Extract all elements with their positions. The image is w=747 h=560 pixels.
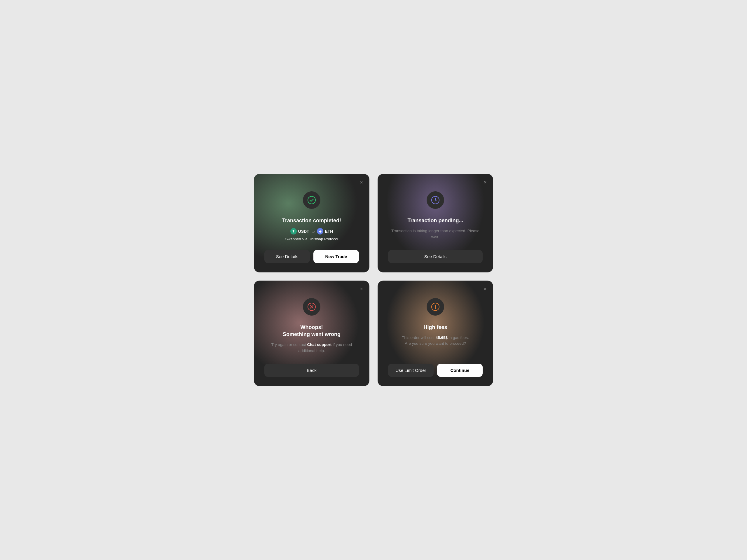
warning-btn-row: Use Limit Order Continue <box>388 364 483 377</box>
token-to-label: ETH <box>325 229 333 234</box>
card-error: × Whoops! Something went wrong Try again… <box>254 281 369 386</box>
eth-icon: ◆ <box>317 228 323 235</box>
continue-button[interactable]: Continue <box>437 364 483 377</box>
uniswap-link: Uniswap Protocol <box>308 237 338 241</box>
close-button-warning[interactable]: × <box>482 285 488 293</box>
success-title: Transaction completed! <box>282 217 341 224</box>
card-warning: × High fees This order will cost 45.65$ … <box>378 281 493 386</box>
swapped-via-prefix: Swapped Via <box>285 237 307 241</box>
svg-point-0 <box>308 196 315 204</box>
fee-amount: 45.65$ <box>436 336 447 340</box>
close-button-pending[interactable]: × <box>482 179 488 186</box>
card-grid: × Transaction completed! ₮ USDT to ◆ ETH… <box>242 162 505 398</box>
use-limit-order-button[interactable]: Use Limit Order <box>388 364 434 377</box>
warning-icon-circle <box>427 298 444 316</box>
success-icon-circle <box>303 191 320 209</box>
close-button-error[interactable]: × <box>359 285 364 293</box>
see-details-button-success[interactable]: See Details <box>264 250 310 263</box>
error-title: Whoops! Something went wrong <box>283 324 340 338</box>
swapped-via-text: Swapped Via Uniswap Protocol <box>285 237 338 241</box>
pending-title: Transaction pending... <box>407 217 463 224</box>
usdt-icon: ₮ <box>290 228 297 235</box>
pending-btn-row: See Details <box>388 250 483 263</box>
warning-subtitle: This order will cost 45.65$ in gas fees.… <box>402 335 469 347</box>
error-icon <box>307 302 316 311</box>
error-btn-row: Back <box>264 364 359 377</box>
svg-point-4 <box>435 308 436 309</box>
error-icon-circle <box>303 298 320 316</box>
card-success: × Transaction completed! ₮ USDT to ◆ ETH… <box>254 174 369 272</box>
chat-support-link[interactable]: Chat support <box>307 342 332 347</box>
warning-title: High fees <box>423 324 447 331</box>
token-to: ◆ ETH <box>317 228 333 235</box>
token-swap-row: ₮ USDT to ◆ ETH <box>290 228 333 235</box>
swap-arrow: to <box>312 229 315 234</box>
warning-icon <box>431 302 440 311</box>
see-details-button-pending[interactable]: See Details <box>388 250 483 263</box>
success-btn-row: See Details New Trade <box>264 250 359 263</box>
token-from: ₮ USDT <box>290 228 309 235</box>
back-button[interactable]: Back <box>264 364 359 377</box>
checkmark-icon <box>307 196 316 205</box>
new-trade-button[interactable]: New Trade <box>313 250 359 263</box>
card-pending: × Transaction pending... Transaction is … <box>378 174 493 272</box>
token-from-label: USDT <box>298 229 309 234</box>
pending-subtitle: Transaction is taking longer than expect… <box>388 228 483 240</box>
error-subtitle: Try again or contact Chat support if you… <box>264 342 359 354</box>
close-button-success[interactable]: × <box>359 179 364 186</box>
clock-icon <box>431 196 440 205</box>
pending-icon-circle <box>427 191 444 209</box>
